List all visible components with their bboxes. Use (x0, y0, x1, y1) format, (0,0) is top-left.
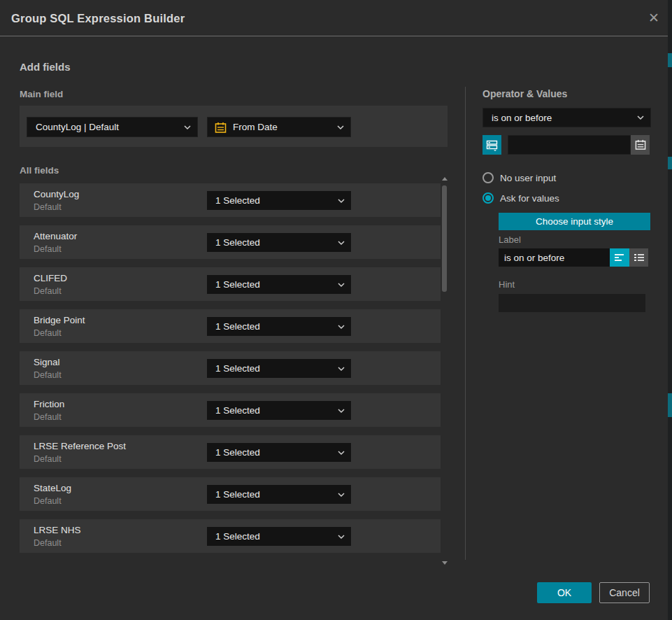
field-row-countylog: CountyLog Default 1 Selected (20, 183, 441, 217)
field-selection-dropdown[interactable]: 1 Selected (207, 527, 351, 546)
close-icon[interactable]: ✕ (645, 9, 663, 27)
field-selection-dropdown[interactable]: 1 Selected (207, 317, 351, 336)
background-highlight (668, 393, 672, 417)
field-selection-dropdown[interactable]: 1 Selected (207, 275, 351, 294)
field-sublabel: Default (34, 454, 62, 464)
selection-count: 1 Selected (215, 195, 260, 206)
scroll-down-icon[interactable] (442, 561, 448, 565)
list-input-style-button[interactable] (629, 248, 648, 267)
main-field-field-dropdown[interactable]: From Date (207, 117, 351, 137)
chevron-down-icon (338, 241, 345, 246)
selection-count: 1 Selected (215, 321, 260, 332)
background-highlight (668, 53, 672, 67)
selection-count: 1 Selected (215, 237, 260, 248)
list-input-icon (634, 253, 645, 262)
operator-values-heading: Operator & Values (482, 88, 567, 99)
layer-dropdown-value: CountyLog | Default (36, 122, 119, 132)
radio-no-user-input[interactable]: No user input (482, 172, 556, 183)
radio-circle-icon (482, 192, 494, 204)
add-fields-heading: Add fields (20, 61, 71, 73)
scrollbar-thumb[interactable] (442, 185, 447, 292)
selection-count: 1 Selected (215, 363, 260, 374)
background-highlight (668, 157, 672, 169)
field-sublabel: Default (34, 244, 62, 254)
choose-input-style-button[interactable]: Choose input style (499, 213, 650, 230)
field-selection-dropdown[interactable]: 1 Selected (207, 191, 351, 210)
field-sublabel: Default (34, 538, 62, 548)
field-name: Signal (34, 357, 60, 367)
field-selection-dropdown[interactable]: 1 Selected (207, 485, 351, 504)
field-name: Friction (34, 399, 64, 409)
calendar-icon (635, 139, 646, 150)
field-name: StateLog (34, 483, 71, 493)
chevron-down-icon (338, 283, 345, 288)
field-row-statelog: StateLog Default 1 Selected (20, 477, 441, 511)
dialog-title: Group SQL Expression Builder (11, 0, 185, 36)
chevron-down-icon (184, 125, 191, 130)
radio-label: No user input (500, 173, 556, 183)
all-fields-heading: All fields (20, 165, 59, 176)
group-sql-expression-builder-dialog: Group SQL Expression Builder ✕ Add field… (0, 0, 672, 620)
chevron-down-icon (338, 535, 345, 540)
field-selection-dropdown[interactable]: 1 Selected (207, 443, 351, 462)
field-name: CLIFED (34, 273, 67, 283)
cancel-button[interactable]: Cancel (599, 582, 650, 603)
field-name: Bridge Point (34, 315, 85, 325)
field-row-attenuator: Attenuator Default 1 Selected (20, 225, 441, 259)
field-row-lrse-reference-post: LRSE Reference Post Default 1 Selected (20, 435, 441, 469)
single-line-input-icon (614, 253, 625, 262)
calendar-icon (215, 122, 227, 134)
operator-dropdown[interactable]: is on or before (482, 108, 651, 127)
main-field-heading: Main field (20, 89, 63, 99)
field-name: CountyLog (34, 189, 79, 199)
selection-count: 1 Selected (215, 447, 260, 458)
field-row-clifed: CLIFED Default 1 Selected (20, 267, 441, 301)
label-input[interactable] (499, 248, 610, 267)
list-scrollbar[interactable] (441, 176, 448, 565)
radio-label: Ask for values (500, 193, 559, 204)
calendar-picker-button[interactable] (631, 135, 650, 155)
chevron-down-icon (337, 125, 344, 130)
field-name: LRSE NHS (34, 525, 81, 535)
hint-input[interactable] (499, 294, 645, 312)
selection-count: 1 Selected (215, 531, 260, 542)
unique-values-icon (486, 139, 498, 151)
field-row-bridge-point: Bridge Point Default 1 Selected (20, 309, 441, 343)
ok-button[interactable]: OK (537, 582, 592, 603)
selection-count: 1 Selected (215, 279, 260, 290)
field-sublabel: Default (34, 286, 62, 296)
operator-value: is on or before (492, 113, 552, 123)
dialog-titlebar: Group SQL Expression Builder (0, 0, 668, 36)
field-name: LRSE Reference Post (34, 441, 126, 451)
field-selection-dropdown[interactable]: 1 Selected (207, 233, 351, 252)
selection-count: 1 Selected (215, 489, 260, 500)
field-selection-dropdown[interactable]: 1 Selected (207, 359, 351, 378)
chevron-down-icon (338, 325, 345, 330)
main-field-layer-dropdown[interactable]: CountyLog | Default (27, 117, 198, 137)
field-dropdown-value: From Date (233, 122, 278, 132)
selection-count: 1 Selected (215, 405, 260, 416)
field-sublabel: Default (34, 412, 62, 422)
field-row-signal: Signal Default 1 Selected (20, 351, 441, 385)
value-input[interactable] (508, 135, 631, 155)
scroll-up-icon[interactable] (442, 177, 448, 181)
field-sublabel: Default (34, 370, 62, 380)
chevron-down-icon (338, 199, 345, 204)
chevron-down-icon (338, 493, 345, 498)
chevron-down-icon (637, 115, 644, 120)
field-name: Attenuator (34, 231, 77, 241)
field-sublabel: Default (34, 328, 62, 338)
unique-values-icon-button[interactable] (482, 135, 501, 155)
hint-caption: Hint (499, 279, 515, 290)
radio-circle-icon (482, 172, 494, 183)
panel-divider (465, 87, 466, 560)
chevron-down-icon (338, 367, 345, 372)
field-selection-dropdown[interactable]: 1 Selected (207, 401, 351, 420)
label-caption: Label (499, 234, 521, 245)
field-sublabel: Default (34, 496, 62, 506)
radio-ask-for-values[interactable]: Ask for values (482, 192, 559, 204)
field-row-lrse-nhs: LRSE NHS Default 1 Selected (20, 519, 441, 553)
background-app-sliver (668, 0, 672, 620)
single-line-input-style-button[interactable] (610, 248, 629, 267)
chevron-down-icon (338, 451, 345, 456)
